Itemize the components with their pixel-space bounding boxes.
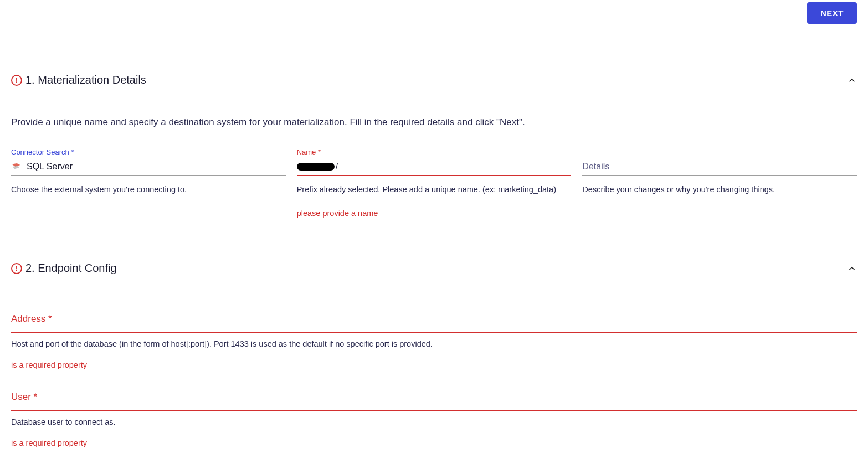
connector-search-input[interactable]	[27, 162, 286, 172]
alert-icon: !	[11, 75, 22, 86]
sql-server-icon	[11, 162, 21, 171]
name-field: Name * / Prefix already selected. Please…	[297, 148, 572, 218]
user-helper: Database user to connect as.	[11, 418, 857, 426]
section-1-title: 1. Materialization Details	[25, 74, 146, 86]
name-prefix-chip	[297, 163, 335, 171]
details-field: . Describe your changes or why you're ch…	[582, 148, 857, 218]
endpoint-config-section: ! 2. Endpoint Config Address * Host and …	[11, 262, 857, 458]
address-error: is a required property	[11, 361, 857, 369]
name-error: please provide a name	[297, 209, 572, 218]
details-input-wrap[interactable]	[582, 162, 857, 176]
connector-search-input-wrap[interactable]	[11, 162, 286, 176]
name-input-wrap[interactable]: /	[297, 162, 572, 176]
connector-search-field: Connector Search * Choose the external s…	[11, 148, 286, 218]
name-input[interactable]	[340, 162, 571, 172]
name-helper: Prefix already selected. Please add a un…	[297, 183, 572, 195]
chevron-up-icon	[847, 75, 857, 85]
connector-search-label: Connector Search *	[11, 148, 286, 156]
chevron-up-icon	[847, 264, 857, 274]
user-error: is a required property	[11, 439, 857, 447]
name-prefix-slash: /	[336, 162, 338, 172]
section-2-header[interactable]: ! 2. Endpoint Config	[11, 262, 857, 275]
section-2-title: 2. Endpoint Config	[25, 262, 117, 275]
user-field: User * Database user to connect as. is a…	[11, 392, 857, 447]
next-button[interactable]: NEXT	[807, 2, 857, 24]
materialization-details-section: ! 1. Materialization Details Provide a u…	[11, 74, 857, 218]
name-label: Name *	[297, 148, 572, 156]
address-helper: Host and port of the database (in the fo…	[11, 339, 857, 348]
details-input[interactable]	[582, 162, 857, 172]
address-field: Address * Host and port of the database …	[11, 313, 857, 369]
connector-search-helper: Choose the external system you're connec…	[11, 183, 286, 195]
details-helper: Describe your changes or why you're chan…	[582, 183, 857, 195]
address-label[interactable]: Address *	[11, 313, 857, 333]
section-1-description: Provide a unique name and specify a dest…	[11, 117, 857, 128]
user-label[interactable]: User *	[11, 392, 857, 411]
section-1-header[interactable]: ! 1. Materialization Details	[11, 74, 857, 86]
alert-icon: !	[11, 263, 22, 274]
